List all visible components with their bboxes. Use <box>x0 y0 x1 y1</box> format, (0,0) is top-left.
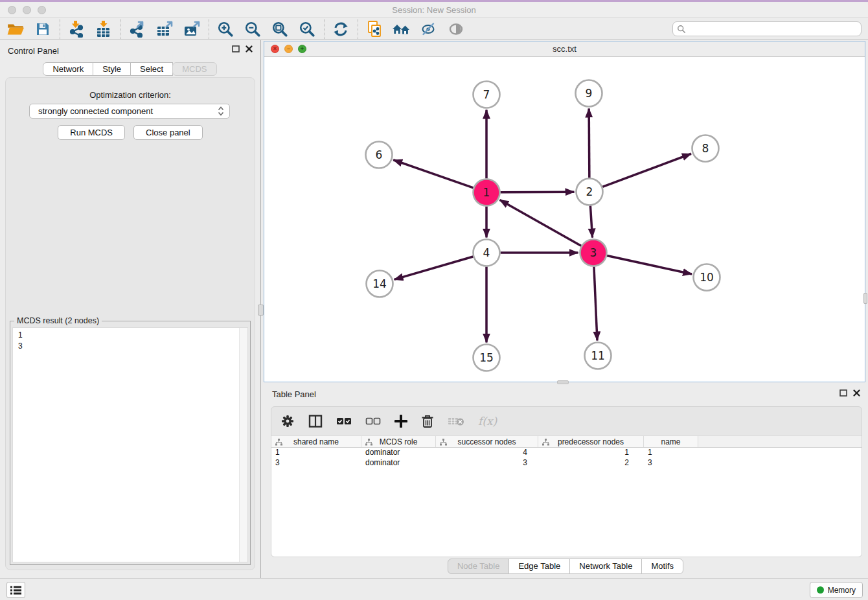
close-panel-icon[interactable] <box>246 45 253 52</box>
svg-text:6: 6 <box>376 148 383 161</box>
zoom-selected-icon <box>299 21 315 38</box>
import-network-button[interactable] <box>65 19 88 39</box>
svg-text:3: 3 <box>590 246 597 259</box>
tab-style[interactable]: Style <box>93 62 131 76</box>
float-table-panel-icon[interactable] <box>839 389 847 397</box>
mcds-result-list[interactable]: 1 3 <box>12 327 248 562</box>
table-cell[interactable]: 3 <box>436 458 538 468</box>
graph-node-4[interactable]: 4 <box>474 240 500 266</box>
result-scrollbar[interactable] <box>239 328 247 562</box>
delete-table-button[interactable] <box>448 413 464 430</box>
home-view-button[interactable] <box>390 19 413 39</box>
graph-edge-1-6[interactable] <box>393 160 474 188</box>
table-cell[interactable]: dominator <box>361 448 436 458</box>
zoom-out-button[interactable] <box>241 19 264 39</box>
graph-node-14[interactable]: 14 <box>367 271 393 297</box>
refresh-layout-button[interactable] <box>329 19 352 39</box>
birds-eye-view-button[interactable] <box>444 19 468 39</box>
apply-function-button[interactable]: f(x) <box>478 413 497 430</box>
column-header-mcds-role[interactable]: MCDS role <box>361 436 436 447</box>
tab-edge-table[interactable]: Edge Table <box>508 559 570 574</box>
graph-edge-3-1[interactable] <box>499 200 581 246</box>
clone-network-button[interactable] <box>363 19 386 39</box>
search-input[interactable] <box>689 25 857 34</box>
memory-button[interactable]: Memory <box>810 582 863 598</box>
panel-divider-handle[interactable] <box>258 305 264 316</box>
export-network-button[interactable] <box>126 19 149 39</box>
graph-edge-2-3[interactable] <box>590 205 592 237</box>
table-cell[interactable]: 2 <box>538 458 644 468</box>
optimization-criterion-label: Optimization criterion: <box>6 90 255 100</box>
close-table-panel-icon[interactable] <box>853 389 860 397</box>
column-header-predecessor-nodes[interactable]: predecessor nodes <box>538 436 644 447</box>
toggle-columns-button[interactable] <box>308 413 323 430</box>
float-panel-icon[interactable] <box>232 45 240 52</box>
control-panel-tabs: NetworkStyleSelectMCDS <box>0 62 260 76</box>
graph-edge-3-11[interactable] <box>594 266 597 340</box>
graph-node-9[interactable]: 9 <box>576 80 602 107</box>
zoom-fit-button[interactable] <box>268 19 291 39</box>
graph-node-10[interactable]: 10 <box>694 264 720 291</box>
graph-node-15[interactable]: 15 <box>474 345 500 371</box>
graph-node-8[interactable]: 8 <box>692 135 719 162</box>
criterion-select[interactable]: strongly connected component <box>29 104 230 119</box>
run-mcds-button[interactable]: Run MCDS <box>58 125 125 140</box>
table-row[interactable]: 1dominator411 <box>271 448 862 458</box>
tab-motifs[interactable]: Motifs <box>641 559 683 574</box>
tab-node-table[interactable]: Node Table <box>448 559 510 574</box>
graph-edge-1-2[interactable] <box>500 192 574 192</box>
graph-node-2[interactable]: 2 <box>577 179 603 205</box>
table-cell[interactable]: dominator <box>361 458 436 468</box>
graph-node-7[interactable]: 7 <box>474 82 500 108</box>
table-header-row: shared nameMCDS rolesuccessor nodesprede… <box>271 435 862 448</box>
table-body: 1dominator4113dominator323 <box>271 448 862 468</box>
graph-node-3[interactable]: 3 <box>580 240 607 266</box>
export-image-button[interactable] <box>180 19 203 39</box>
column-header-name[interactable]: name <box>644 436 698 447</box>
export-table-icon <box>156 21 174 38</box>
graph-edge-3-10[interactable] <box>607 256 692 274</box>
table-cell[interactable]: 1 <box>271 448 361 458</box>
table-cell[interactable]: 1 <box>644 448 698 458</box>
zoom-selected-button[interactable] <box>295 19 319 39</box>
graph-edge-2-9[interactable] <box>589 108 589 178</box>
zoom-in-button[interactable] <box>214 19 237 39</box>
tab-network-table[interactable]: Network Table <box>569 559 642 574</box>
table-cell[interactable]: 4 <box>436 448 538 458</box>
task-history-button[interactable] <box>6 582 25 598</box>
column-header-label: shared name <box>293 437 339 446</box>
tab-network[interactable]: Network <box>43 62 93 76</box>
graph-edge-4-14[interactable] <box>394 257 474 279</box>
add-column-button[interactable] <box>394 413 407 430</box>
column-header-label: successor nodes <box>457 437 516 446</box>
table-cell[interactable]: 3 <box>644 458 698 468</box>
graph-edge-2-8[interactable] <box>602 154 691 187</box>
table-row[interactable]: 3dominator323 <box>271 458 862 468</box>
select-all-button[interactable] <box>336 413 352 430</box>
import-table-button[interactable] <box>92 19 115 39</box>
svg-text:8: 8 <box>702 142 709 155</box>
tab-select[interactable]: Select <box>130 62 173 76</box>
network-canvas[interactable]: 1234678910111415 <box>264 57 865 382</box>
home-icon <box>392 21 411 37</box>
network-table-divider-handle[interactable] <box>557 380 569 384</box>
graph-node-11[interactable]: 11 <box>585 343 611 369</box>
delete-column-button[interactable] <box>421 413 434 430</box>
column-header-successor-nodes[interactable]: successor nodes <box>436 436 538 447</box>
open-folder-button[interactable] <box>4 19 27 39</box>
column-header-shared-name[interactable]: shared name <box>271 436 361 447</box>
sort-hierarchy-icon <box>365 439 372 446</box>
deselect-all-button[interactable] <box>365 413 381 430</box>
table-cell[interactable]: 1 <box>538 448 644 458</box>
tab-mcds[interactable]: MCDS <box>172 62 216 76</box>
close-panel-button[interactable]: Close panel <box>133 125 203 140</box>
graphics-details-button[interactable] <box>417 19 440 39</box>
table-cell[interactable]: 3 <box>271 458 361 468</box>
graph-node-1[interactable]: 1 <box>474 179 500 206</box>
table-settings-button[interactable] <box>280 413 295 430</box>
graph-node-6[interactable]: 6 <box>366 142 393 168</box>
network-right-divider-handle[interactable] <box>863 293 867 304</box>
save-session-button[interactable] <box>31 19 54 39</box>
birds-eye-icon <box>448 21 464 37</box>
export-table-button[interactable] <box>153 19 176 39</box>
